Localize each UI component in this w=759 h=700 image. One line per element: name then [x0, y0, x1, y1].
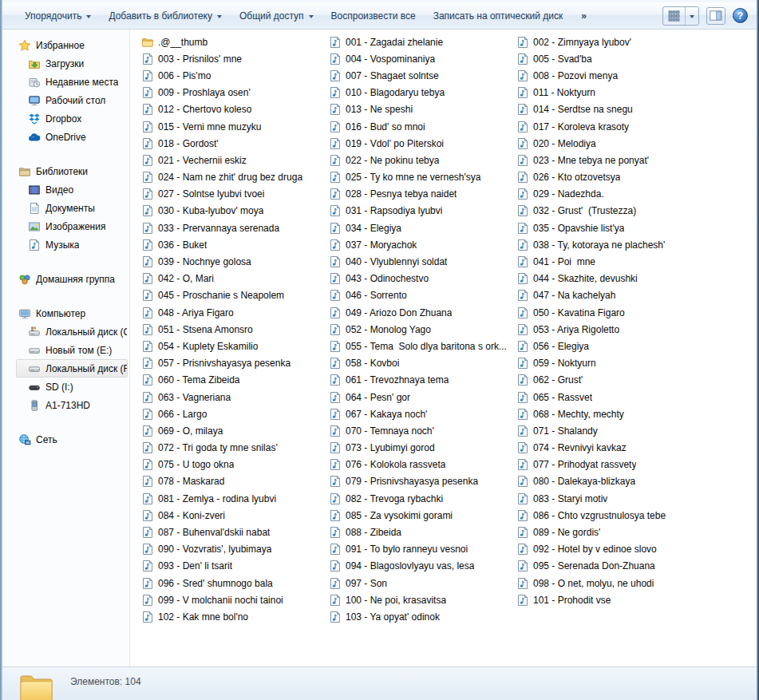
organize-button[interactable]: Упорядочить [18, 7, 98, 25]
audio-file-item[interactable]: 043 - Odinochestvo [328, 271, 516, 287]
audio-file-item[interactable]: 082 - Trevoga rybachki [328, 490, 516, 507]
audio-file-item[interactable]: 084 - Koni-zveri [140, 507, 328, 524]
help-button[interactable]: ? [733, 8, 748, 23]
audio-file-item[interactable]: 103 - Ya opyat' odinok [328, 608, 516, 625]
audio-file-item[interactable]: 028 - Pesnya tebya naidet [328, 186, 516, 203]
audio-file-item[interactable]: 014 - Serdtse na snegu [516, 101, 703, 118]
audio-file-item[interactable]: 010 - Blagodaryu tebya [328, 85, 516, 101]
audio-file-item[interactable]: 070 - Temnaya noch' [328, 422, 516, 439]
audio-file-item[interactable]: 091 - To bylo ranneyu vesnoi [328, 541, 516, 558]
audio-file-item[interactable]: 004 - Vospominaniya [328, 50, 516, 67]
audio-file-item[interactable]: 059 - Noktyurn [516, 355, 703, 372]
audio-file-item[interactable]: 079 - Prisnivshayasya pesenka [328, 473, 516, 490]
audio-file-item[interactable]: 085 - Za vysokimi gorami [328, 507, 516, 524]
audio-file-item[interactable]: 068 - Mechty, mechty [516, 405, 703, 422]
audio-file-item[interactable]: 025 - Ty ko mne ne vernesh'sya [328, 169, 516, 186]
audio-file-item[interactable]: 076 - Kolokola rassveta [328, 457, 516, 473]
sidebar-item-video[interactable]: Видео [16, 180, 128, 199]
audio-file-item[interactable]: 090 - Vozvratis', lyubimaya [140, 541, 328, 558]
audio-file-item[interactable]: 033 - Prervannaya serenada [140, 219, 328, 236]
audio-file-item[interactable]: 057 - Prisnivshayasya pesenka [140, 355, 328, 372]
sidebar-item-homegroup[interactable]: Домашняя группа [16, 270, 128, 288]
sidebar-item-local-disk-c[interactable]: Локальный диск (C [16, 322, 128, 341]
audio-file-item[interactable]: 019 - Vdol' po Piterskoi [328, 135, 516, 152]
audio-file-item[interactable]: 012 - Chertovo koleso [140, 101, 328, 118]
audio-file-item[interactable]: 081 - Zemlya - rodina lyubvi [140, 490, 328, 507]
audio-file-item[interactable]: 045 - Proschanie s Neapolem [140, 287, 328, 304]
folder-item[interactable]: .@__thumb [140, 34, 328, 50]
audio-file-item[interactable]: 002 - Zimnyaya lyubov' [516, 34, 703, 50]
sidebar-item-favorites[interactable]: Избранное [16, 36, 128, 54]
audio-file-item[interactable]: 083 - Staryi motiv [516, 490, 703, 507]
audio-file-item[interactable]: 021 - Vechernii eskiz [140, 152, 328, 168]
preview-pane-button[interactable] [706, 7, 725, 25]
sidebar-item-recent-places[interactable]: Недавние места [16, 73, 128, 91]
audio-file-item[interactable]: 098 - O net, molyu, ne uhodi [516, 575, 703, 591]
audio-file-item[interactable]: 040 - Vlyublennyi soldat [328, 253, 516, 270]
audio-file-item[interactable]: 003 - Prisnilos' mne [140, 50, 328, 67]
audio-file-item[interactable]: 072 - Tri goda ty mne snilas' [140, 440, 328, 457]
change-view-button[interactable] [663, 7, 686, 25]
audio-file-item[interactable]: 046 - Sorrento [328, 287, 516, 304]
audio-file-item[interactable]: 022 - Ne pokinu tebya [328, 152, 516, 168]
audio-file-item[interactable]: 056 - Elegiya [516, 338, 703, 354]
audio-file-item[interactable]: 036 - Buket [140, 236, 328, 253]
audio-file-item[interactable]: 058 - Kovboi [328, 355, 516, 372]
audio-file-item[interactable]: 007 - Shagaet solntse [328, 67, 516, 84]
sidebar-item-local-disk-f[interactable]: Локальный диск (F: [16, 359, 128, 378]
audio-file-item[interactable]: 006 - Pis'mo [140, 67, 328, 84]
audio-file-item[interactable]: 075 - U togo okna [140, 457, 328, 473]
burn-disc-button[interactable]: Записать на оптический диск [426, 7, 571, 25]
audio-file-item[interactable]: 047 - Na kachelyah [516, 287, 703, 304]
audio-file-item[interactable]: 062 - Grust' [516, 372, 703, 389]
audio-file-item[interactable]: 029 - Nadezhda. [516, 186, 703, 203]
audio-file-item[interactable]: 034 - Elegiya [328, 219, 516, 236]
audio-file-item[interactable]: 050 - Kavatina Figaro [516, 304, 703, 321]
audio-file-item[interactable]: 017 - Koroleva krasoty [516, 118, 703, 135]
audio-file-item[interactable]: 078 - Maskarad [140, 473, 328, 490]
change-view-dropdown[interactable] [686, 7, 698, 25]
audio-file-item[interactable]: 093 - Den' li tsarit [140, 558, 328, 575]
sidebar-item-libraries[interactable]: Библиотеки [16, 162, 128, 180]
audio-file-item[interactable]: 038 - Ty, kotoraya ne plachesh' [516, 236, 703, 253]
toolbar-overflow-chevron[interactable]: » [578, 9, 590, 23]
audio-file-item[interactable]: 023 - Mne tebya ne ponyat' [516, 152, 703, 168]
audio-file-item[interactable]: 018 - Gordost' [140, 135, 328, 152]
audio-file-item[interactable]: 064 - Pesn' gor [328, 389, 516, 405]
audio-file-item[interactable]: 030 - Kuba-lyubov' moya [140, 203, 328, 219]
audio-file-item[interactable]: 031 - Rapsodiya lyubvi [328, 203, 516, 219]
audio-file-item[interactable]: 069 - O, milaya [140, 422, 328, 439]
audio-file-item[interactable]: 077 - Prihodyat rassvety [516, 457, 703, 473]
audio-file-item[interactable]: 041 - Poi mne [516, 253, 703, 270]
audio-file-item[interactable]: 035 - Opavshie list'ya [516, 219, 703, 236]
audio-file-item[interactable]: 066 - Largo [140, 405, 328, 422]
audio-file-item[interactable]: 097 - Son [328, 575, 516, 591]
audio-file-item[interactable]: 052 - Monolog Yago [328, 321, 516, 338]
audio-file-item[interactable]: 049 - Ariozo Don Zhuana [328, 304, 516, 321]
audio-file-item[interactable]: 051 - Stsena Amonsro [140, 321, 328, 338]
audio-file-item[interactable]: 067 - Kakaya noch' [328, 405, 516, 422]
audio-file-item[interactable]: 032 - Grust' (Trustezza) [516, 203, 703, 219]
share-button[interactable]: Общий доступ [232, 7, 321, 25]
audio-file-item[interactable]: 073 - Lyubimyi gorod [328, 440, 516, 457]
audio-file-item[interactable]: 086 - Chto vzgrustnulosya tebe [516, 507, 703, 524]
audio-file-item[interactable]: 008 - Pozovi menya [516, 67, 703, 84]
audio-file-item[interactable]: 009 - Proshlaya osen' [140, 85, 328, 101]
sidebar-item-dropbox[interactable]: Dropbox [16, 109, 128, 128]
audio-file-item[interactable]: 037 - Moryachok [328, 236, 516, 253]
audio-file-item[interactable]: 005 - Svad'ba [516, 50, 703, 67]
audio-file-item[interactable]: 099 - V molchanii nochi tainoi [140, 591, 328, 608]
audio-file-item[interactable]: 061 - Trevozhnaya tema [328, 372, 516, 389]
audio-file-item[interactable]: 095 - Serenada Don-Zhuana [516, 558, 703, 575]
audio-file-item[interactable]: 074 - Revnivyi kavkaz [516, 440, 703, 457]
audio-file-item[interactable]: 063 - Vagneriana [140, 389, 328, 405]
audio-file-item[interactable]: 011 - Noktyurn [516, 85, 703, 101]
audio-file-item[interactable]: 100 - Ne poi, krasavitsa [328, 591, 516, 608]
audio-file-item[interactable]: 015 - Verni mne muzyku [140, 118, 328, 135]
audio-file-item[interactable]: 080 - Dalekaya-blizkaya [516, 473, 703, 490]
sidebar-item-computer[interactable]: Компьютер [16, 304, 128, 322]
audio-file-item[interactable]: 071 - Shalandy [516, 422, 703, 439]
audio-file-item[interactable]: 060 - Tema Zibeida [140, 372, 328, 389]
audio-file-item[interactable]: 101 - Prohodit vse [516, 591, 703, 608]
audio-file-item[interactable]: 016 - Bud' so mnoi [328, 118, 516, 135]
